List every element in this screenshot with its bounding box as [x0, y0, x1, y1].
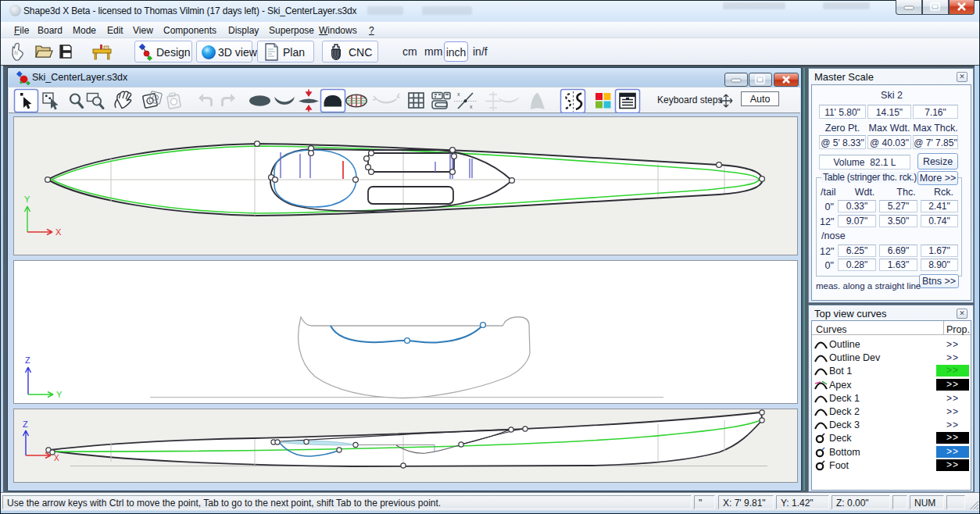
- svg-text:X: X: [54, 454, 59, 462]
- svg-text:Z: Z: [25, 355, 30, 365]
- svg-text:x: x: [470, 104, 473, 109]
- svg-text:Z: Z: [23, 419, 28, 429]
- svg-text:Y: Y: [24, 195, 30, 204]
- svg-text:X: X: [55, 227, 62, 237]
- svg-text:Y: Y: [56, 390, 63, 399]
- svg-text:x: x: [457, 91, 460, 97]
